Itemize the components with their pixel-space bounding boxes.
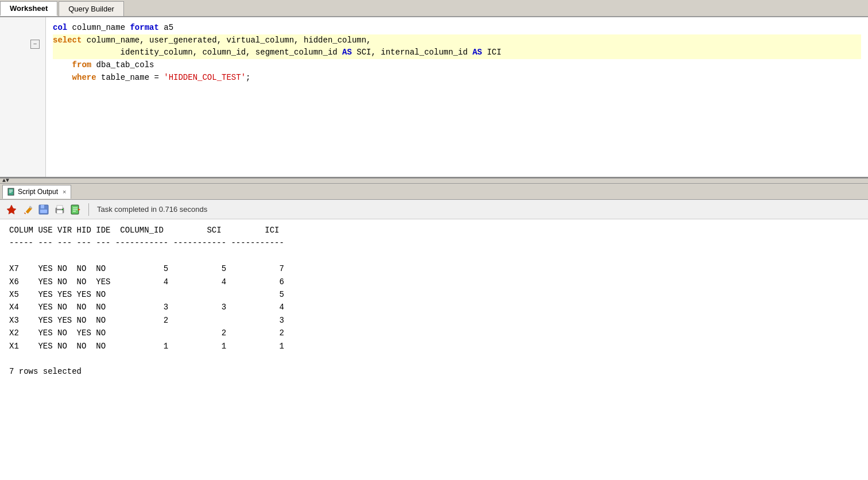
pin-button[interactable] xyxy=(5,203,18,216)
svg-marker-4 xyxy=(7,205,16,214)
output-tab-label: Script Output xyxy=(18,188,58,196)
results-summary: 7 rows selected xyxy=(9,365,859,378)
output-tab-close[interactable]: × xyxy=(63,188,66,195)
fold-indicator[interactable]: − xyxy=(30,40,40,49)
results-blank-2 xyxy=(9,353,859,365)
sql-line-4: from dba_tab_cols xyxy=(53,59,861,72)
save-icon xyxy=(38,204,49,215)
export-icon xyxy=(70,204,82,215)
gutter-line-3 xyxy=(2,51,41,64)
main-container: − col column_name format a5 select colum… xyxy=(0,17,868,480)
toolbar-separator xyxy=(88,203,89,216)
resize-down-arrow: ▼ xyxy=(6,178,9,184)
results-row-7: X1 YES NO NO NO 1 1 1 xyxy=(9,340,859,353)
output-toolbar: Task completed in 0.716 seconds xyxy=(0,200,868,219)
results-row-5: X3 YES YES NO NO 2 3 xyxy=(9,314,859,327)
results-row-3: X5 YES YES YES NO 5 xyxy=(9,288,859,301)
gutter-line-4 xyxy=(2,64,41,76)
edit-button[interactable] xyxy=(21,203,34,216)
sql-editor[interactable]: col column_name format a5 select column_… xyxy=(46,17,868,177)
results-blank-1 xyxy=(9,250,859,262)
tab-bar: Worksheet Query Builder xyxy=(0,0,868,17)
gutter-line-1 xyxy=(2,26,41,39)
save-button[interactable] xyxy=(37,203,51,216)
output-tab-script[interactable]: Script Output × xyxy=(2,185,71,199)
svg-rect-9 xyxy=(41,205,44,208)
tab-query-builder[interactable]: Query Builder xyxy=(59,1,123,16)
results-row-2: X6 YES NO NO YES 4 4 6 xyxy=(9,276,859,288)
export-button[interactable] xyxy=(69,203,83,216)
pin-icon xyxy=(6,204,17,215)
output-tab-bar: Script Output × xyxy=(0,184,868,200)
svg-marker-20 xyxy=(78,208,80,211)
results-separator: ----- --- --- --- --- ----------- ------… xyxy=(9,237,859,249)
gutter-line-5 xyxy=(2,76,41,89)
sql-line-3: identity_column, column_id, segment_colu… xyxy=(53,47,861,59)
gutter-line-2[interactable]: − xyxy=(2,39,41,52)
print-button[interactable] xyxy=(53,203,67,216)
results-header: COLUM USE VIR HID IDE COLUMN_ID SCI ICI xyxy=(9,224,859,237)
svg-rect-14 xyxy=(62,209,63,210)
results-row-4: X4 YES NO NO NO 3 3 4 xyxy=(9,301,859,313)
results-row-1: X7 YES NO NO NO 5 5 7 xyxy=(9,262,859,275)
tab-query-builder-label: Query Builder xyxy=(68,5,114,13)
line-gutter: − xyxy=(0,17,46,177)
svg-rect-0 xyxy=(8,188,14,195)
svg-rect-13 xyxy=(57,206,63,209)
script-output-icon xyxy=(7,188,16,196)
pencil-icon xyxy=(22,204,33,215)
svg-rect-12 xyxy=(57,210,63,214)
print-icon xyxy=(54,204,65,215)
resize-handle[interactable]: ▲ ▼ xyxy=(0,178,868,184)
results-row-6: X2 YES NO YES NO 2 2 xyxy=(9,327,859,339)
sql-line-5: where table_name = 'HIDDEN_COL_TEST'; xyxy=(53,72,861,84)
svg-rect-10 xyxy=(40,210,47,213)
tab-worksheet[interactable]: Worksheet xyxy=(0,1,57,16)
editor-area: − col column_name format a5 select colum… xyxy=(0,17,868,178)
tab-worksheet-label: Worksheet xyxy=(10,4,48,13)
results-area: COLUM USE VIR HID IDE COLUMN_ID SCI ICI … xyxy=(0,219,868,480)
sql-line-2: select column_name, user_generated, virt… xyxy=(53,34,861,47)
bottom-panel: Script Output × xyxy=(0,184,868,480)
sql-line-1: col column_name format a5 xyxy=(53,22,861,34)
task-status-text: Task completed in 0.716 seconds xyxy=(97,205,207,214)
svg-marker-6 xyxy=(24,212,26,214)
